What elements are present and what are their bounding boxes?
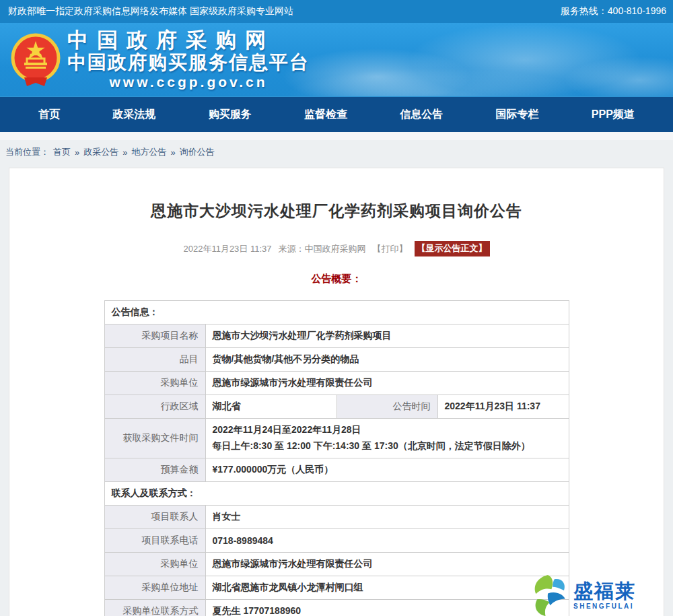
nav-item-purchase-services[interactable]: 购买服务 [209, 108, 252, 122]
breadcrumb-local-notices[interactable]: 地方公告 [131, 146, 166, 158]
nav-item-announcements[interactable]: 信息公告 [400, 108, 443, 122]
nav-item-home[interactable]: 首页 [38, 108, 60, 122]
watermark-name-en: SHENGFULAI [573, 603, 636, 610]
table-row: 联系人及联系方式： [104, 482, 569, 506]
row-value: 恩施市绿源城市污水处理有限责任公司 [205, 553, 569, 576]
nav-item-regulations[interactable]: 政采法规 [112, 108, 155, 122]
site-name: 中国政府采购网 [67, 29, 310, 52]
row-value: 2022年11月23日 11:37 [437, 395, 569, 419]
row-label: 项目联系电话 [104, 529, 205, 553]
row-label: 采购单位地址 [104, 576, 205, 600]
print-button[interactable]: 【打印】 [373, 243, 408, 255]
site-url: www.ccgp.gov.cn [67, 73, 310, 91]
breadcrumb-separator: » [75, 147, 79, 158]
row-label: 品目 [104, 348, 205, 372]
announcement-info-table: 公告信息： 采购项目名称 恩施市大沙坝污水处理厂化学药剂采购项目 品目 货物/其… [104, 300, 569, 616]
table-row: 获取采购文件时间 2022年11月24日至2022年11月28日 每日上午:8:… [104, 419, 569, 458]
row-label: 采购单位 [104, 372, 205, 395]
row-value: ¥177.000000万元（人民币） [205, 458, 569, 482]
show-original-button[interactable]: 【显示公告正文】 [415, 241, 490, 256]
row-value: 0718-8989484 [205, 529, 569, 553]
section-header-contact-info: 联系人及联系方式： [104, 482, 569, 506]
table-row: 采购单位 恩施市绿源城市污水处理有限责任公司 [104, 553, 569, 576]
breadcrumb-prefix: 当前位置： [5, 146, 49, 158]
nav-item-ppp-channel[interactable]: PPP频道 [592, 108, 635, 122]
nav-item-international[interactable]: 国际专栏 [496, 108, 539, 122]
page-title: 恩施市大沙坝污水处理厂化学药剂采购项目询价公告 [9, 199, 664, 222]
row-value: 恩施市大沙坝污水处理厂化学药剂采购项目 [205, 324, 569, 348]
article-meta: 2022年11月23日 11:37 来源：中国政府采购网 【打印】 【显示公告正… [9, 241, 664, 256]
row-value: 湖北省恩施市龙凤镇小龙潭村闸口组 [205, 576, 569, 600]
service-hotline: 服务热线：400-810-1996 [561, 5, 666, 18]
site-logo[interactable]: 中国政府采购网 中国政府购买服务信息平台 www.ccgp.gov.cn [0, 29, 310, 91]
site-banner: 中国政府采购网 中国政府购买服务信息平台 www.ccgp.gov.cn [0, 23, 673, 96]
breadcrumb-home[interactable]: 首页 [53, 146, 71, 158]
table-row: 行政区域 湖北省 公告时间 2022年11月23日 11:37 [104, 395, 569, 419]
publish-datetime: 2022年11月23日 11:37 [183, 243, 271, 255]
breadcrumb-procurement-notices[interactable]: 政采公告 [83, 146, 118, 158]
row-value: 夏先生 17707188960 [205, 600, 569, 616]
site-title-block: 中国政府采购网 中国政府购买服务信息平台 www.ccgp.gov.cn [67, 29, 310, 91]
site-subtitle: 中国政府购买服务信息平台 [67, 52, 310, 73]
value-line-2: 每日上午:8:30 至 12:00 下午:14:30 至 17:30（北京时间，… [213, 440, 562, 452]
row-label: 采购单位 [104, 553, 205, 576]
row-value: 恩施市绿源城市污水处理有限责任公司 [205, 372, 569, 395]
table-row: 项目联系电话 0718-8989484 [104, 529, 569, 553]
row-label: 获取采购文件时间 [104, 419, 205, 458]
table-row: 采购单位联系方式 夏先生 17707188960 [104, 600, 569, 616]
row-value: 货物/其他货物/其他不另分类的物品 [205, 348, 569, 372]
top-bar: 财政部唯一指定政府采购信息网络发布媒体 国家级政府采购专业网站 服务热线：400… [0, 0, 673, 23]
row-value: 湖北省 [205, 395, 336, 419]
table-row: 采购项目名称 恩施市大沙坝污水处理厂化学药剂采购项目 [104, 324, 569, 348]
nav-bottom-strip [0, 132, 673, 140]
row-label: 预算金额 [104, 458, 205, 482]
content-panel: 恩施市大沙坝污水处理厂化学药剂采购项目询价公告 2022年11月23日 11:3… [9, 168, 664, 616]
watermark-text: 盛福莱 SHENGFULAI [573, 582, 636, 610]
breadcrumb-inquiry-notices[interactable]: 询价公告 [180, 146, 215, 158]
article-source: 来源：中国政府采购网 [279, 243, 366, 255]
row-label: 采购单位联系方式 [104, 600, 205, 616]
table-row: 项目联系人 肖女士 [104, 506, 569, 529]
section-header-announcement-info: 公告信息： [104, 301, 569, 324]
table-row: 公告信息： [104, 301, 569, 324]
summary-heading: 公告概要： [9, 273, 664, 285]
row-label: 行政区域 [104, 395, 205, 419]
table-row: 采购单位 恩施市绿源城市污水处理有限责任公司 [104, 372, 569, 395]
row-label: 采购项目名称 [104, 324, 205, 348]
row-value: 2022年11月24日至2022年11月28日 每日上午:8:30 至 12:0… [205, 419, 569, 458]
value-line-1: 2022年11月24日至2022年11月28日 [213, 424, 562, 436]
national-emblem-icon [11, 33, 61, 87]
breadcrumb-separator: » [170, 147, 175, 158]
breadcrumb: 当前位置： 首页 » 政采公告 » 地方公告 » 询价公告 [0, 140, 673, 168]
watermark-name-cn: 盛福莱 [573, 582, 636, 601]
site-tagline: 财政部唯一指定政府采购信息网络发布媒体 国家级政府采购专业网站 [8, 5, 293, 18]
table-row: 预算金额 ¥177.000000万元（人民币） [104, 458, 569, 482]
row-label: 项目联系人 [104, 506, 205, 529]
table-row: 品目 货物/其他货物/其他不另分类的物品 [104, 348, 569, 372]
table-row: 采购单位地址 湖北省恩施市龙凤镇小龙潭村闸口组 [104, 576, 569, 600]
breadcrumb-separator: » [122, 147, 127, 158]
nav-item-supervision[interactable]: 监督检查 [304, 108, 347, 122]
row-value: 肖女士 [205, 506, 569, 529]
row-label: 公告时间 [336, 395, 437, 419]
main-nav: 首页 政采法规 购买服务 监督检查 信息公告 国际专栏 PPP频道 [0, 96, 673, 132]
